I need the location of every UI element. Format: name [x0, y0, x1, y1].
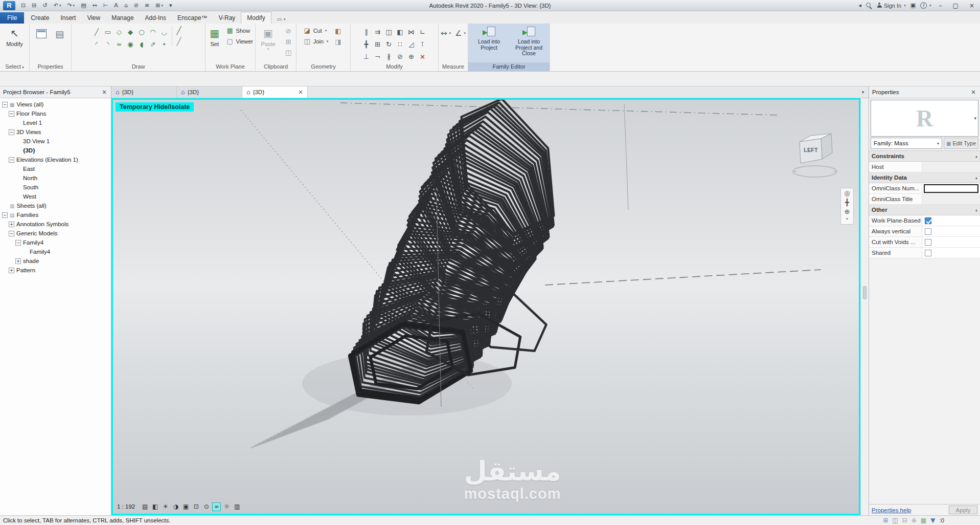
point-element-icon[interactable]: •	[158, 38, 170, 50]
panel-label-family-editor[interactable]: Family Editor	[468, 62, 550, 71]
type-selector-preview[interactable]: R ▾	[871, 100, 978, 137]
tree-item-generic-models[interactable]: −Generic Models	[0, 229, 111, 238]
property-value-cut-with-voids[interactable]	[922, 237, 980, 247]
ribbon-tab-add-ins[interactable]: Add-Ins	[140, 12, 172, 24]
tree-item-west[interactable]: West	[0, 192, 111, 201]
tree-item-elevations-elevation-1[interactable]: −Elevations (Elevation 1)	[0, 155, 111, 164]
load-into-project-close-button[interactable]: Load intoProject and Close	[510, 26, 548, 57]
close-window-button[interactable]: ×	[966, 2, 977, 9]
filter-icon[interactable]: ▼	[930, 517, 935, 524]
tangent-end-arc-icon[interactable]: ◜	[91, 38, 102, 50]
tree-item-annotation-symbols[interactable]: +Annotation Symbols	[0, 220, 111, 229]
project-browser-header[interactable]: Project Browser - Family5 ×	[0, 86, 111, 98]
start-end-radius-arc-icon[interactable]: ◠	[147, 26, 158, 37]
mirror-pick-axis-icon[interactable]: ◫	[383, 26, 395, 37]
tree-item-3d-views[interactable]: −3D Views	[0, 127, 111, 137]
view-tab-1[interactable]: ⌂{3D}	[111, 86, 177, 98]
collapse-icon[interactable]: −	[9, 111, 14, 117]
ribbon-display-toggle[interactable]: ▭▾	[275, 15, 288, 24]
panel-label-draw[interactable]: Draw	[72, 62, 205, 71]
section-button[interactable]: ⊘	[131, 1, 142, 11]
cut-geometry-button[interactable]: ◪Cut▾	[302, 26, 330, 35]
family-type-dropdown[interactable]: Family: Mass ▾	[871, 138, 942, 149]
always-vertical-checkbox[interactable]	[925, 228, 931, 235]
angular-dimension-icon[interactable]: ∠▾	[455, 29, 466, 38]
ribbon-tab-v-ray[interactable]: V-Ray	[213, 12, 241, 24]
tree-item-south[interactable]: South	[0, 183, 111, 192]
revit-logo-icon[interactable]: R	[3, 1, 15, 10]
undo-button[interactable]: ↶▾	[51, 1, 64, 11]
cut-to-clipboard-icon[interactable]: ⊘	[283, 26, 293, 35]
redo-button[interactable]: ↷▾	[64, 1, 78, 11]
search-icon[interactable]	[866, 3, 872, 9]
detail-level-icon[interactable]: ▤	[141, 502, 149, 511]
thin-lines-button[interactable]: ≡	[142, 1, 152, 11]
temporary-hide-isolate-icon[interactable]: ∞	[212, 502, 221, 511]
save-button[interactable]: ⊟	[29, 1, 39, 11]
section-identity-data[interactable]: Identity Data▴	[869, 172, 980, 183]
trim-extend-icon[interactable]: ∟	[417, 26, 428, 37]
align-icon[interactable]: ∥	[361, 26, 372, 37]
panel-label-modify[interactable]: Modify	[351, 62, 438, 71]
ribbon-tab-view[interactable]: View	[81, 12, 106, 24]
pin-icon[interactable]: ⊺	[417, 38, 428, 50]
maximize-button[interactable]: ▢	[950, 2, 962, 9]
view-cube[interactable]: LEFT	[791, 126, 840, 180]
ribbon-tab-create[interactable]: Create	[25, 12, 55, 24]
crop-view-icon[interactable]: ▣	[181, 502, 190, 511]
reference-line-mode-icon[interactable]: ╱	[174, 37, 184, 46]
exclude-options-icon[interactable]: ⊟	[902, 517, 907, 524]
panel-label-properties[interactable]: Properties	[30, 62, 71, 71]
section-toggle-icon[interactable]: ▴	[975, 154, 977, 159]
text-note-button[interactable]: A	[111, 1, 121, 11]
full-navigation-wheel-icon[interactable]: ◎	[844, 190, 850, 197]
circle-icon[interactable]: ○	[136, 26, 147, 37]
editable-only-icon[interactable]: ▦	[921, 517, 926, 524]
rectangle-icon[interactable]: ▭	[102, 26, 113, 37]
tree-item-sheets-all[interactable]: ▥Sheets (all)	[0, 201, 111, 210]
join-icon[interactable]: ⊕	[406, 51, 417, 62]
tree-item-views-all[interactable]: −▦Views (all)	[0, 100, 111, 109]
modify-cursor-button[interactable]: ↖Modify	[2, 26, 28, 47]
collapse-icon[interactable]: −	[9, 157, 14, 163]
pick-lines-icon[interactable]: ⇗	[147, 38, 158, 50]
load-into-project-button[interactable]: Load intoProject	[470, 26, 508, 51]
tree-item-pattern[interactable]: +Pattern	[0, 266, 111, 275]
worksharing-display-icon[interactable]: ▥	[233, 502, 241, 511]
split-with-gap-icon[interactable]: ∦	[383, 51, 395, 62]
visual-style-icon[interactable]: ◧	[151, 502, 159, 511]
measure-button[interactable]: ↔	[89, 1, 100, 11]
viewcube-face-label[interactable]: LEFT	[804, 147, 818, 153]
tree-item-3d-view-1[interactable]: 3D View 1	[0, 137, 111, 146]
panel-label-measure[interactable]: Measure	[439, 62, 468, 71]
tree-item-east[interactable]: East	[0, 164, 111, 173]
mirror-draw-axis-icon[interactable]: ◧	[395, 26, 406, 37]
splitter-handle[interactable]	[863, 286, 867, 299]
copy-icon[interactable]: ⊞	[372, 38, 383, 50]
collapse-icon[interactable]: −	[15, 240, 21, 246]
fillet-arc-icon[interactable]: ◝	[102, 38, 113, 50]
panel-label-select[interactable]: Select ▾	[0, 62, 29, 71]
expand-icon[interactable]: +	[9, 222, 14, 227]
aligned-dimension-button[interactable]: ⊢	[100, 1, 111, 11]
delete-icon[interactable]: ×	[417, 51, 428, 62]
circumscribed-polygon-icon[interactable]: ◆	[125, 26, 136, 37]
unlocked-view-icon[interactable]: ⊙	[202, 502, 211, 511]
work-plane-based-checkbox[interactable]	[925, 217, 931, 224]
properties-help-link[interactable]: Properties help	[872, 507, 911, 513]
omniclass-number-input[interactable]	[924, 184, 978, 193]
panel-label-geometry[interactable]: Geometry	[297, 62, 350, 71]
customize-quick-access-button[interactable]: ▾	[166, 1, 175, 11]
reveal-hidden-elements-icon[interactable]: ☼	[222, 502, 231, 511]
measure-between-references-icon[interactable]: ↔▾	[441, 29, 451, 38]
expand-icon[interactable]: +	[15, 258, 21, 264]
cut-profile-icon[interactable]: ⊘	[395, 51, 406, 62]
sun-path-icon[interactable]: ☀	[161, 502, 170, 511]
help-icon[interactable]: ?▾	[920, 2, 931, 9]
move-icon[interactable]: ╋	[361, 38, 372, 50]
panel-label-clipboard[interactable]: Clipboard	[256, 62, 296, 71]
minimize-button[interactable]: –	[936, 2, 945, 9]
ribbon-tab-manage[interactable]: Manage	[106, 12, 139, 24]
inscribed-polygon-icon[interactable]: ◇	[113, 26, 125, 37]
view-tab-list-button[interactable]: ▾	[857, 86, 869, 98]
